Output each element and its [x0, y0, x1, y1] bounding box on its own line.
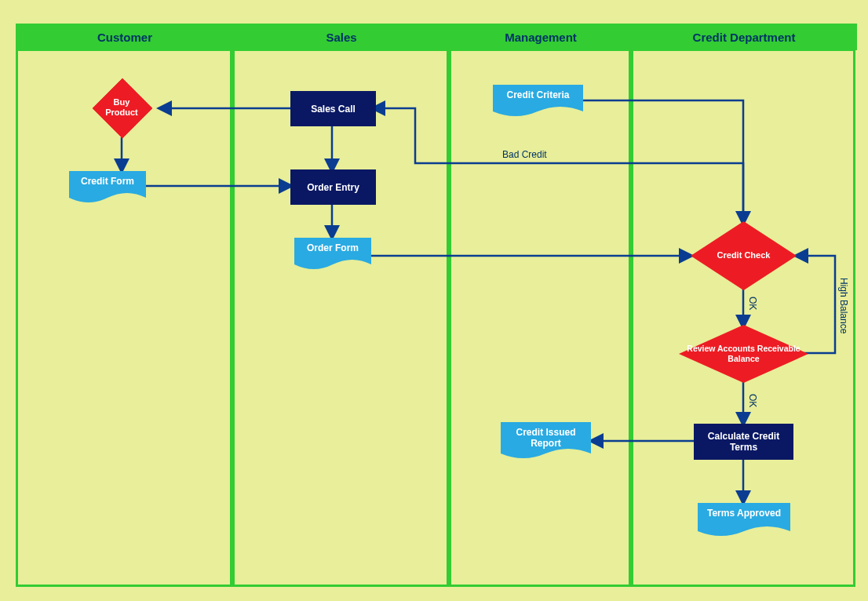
document-terms-approved: Terms Approved	[698, 503, 790, 541]
swimlane-diagram: Customer Sales Management Credit Departm…	[0, 0, 868, 601]
decision-review-balance: Review Accounts Receivable Balance	[679, 325, 808, 383]
edge-label-ok2: OK	[747, 394, 758, 407]
document-credit-form: Credit Form	[69, 171, 146, 206]
decision-credit-check: Credit Check	[691, 221, 797, 290]
document-credit-issued-report: Credit Issued Report	[501, 422, 591, 463]
process-label: Sales Call	[311, 104, 356, 115]
process-order-entry: Order Entry	[290, 169, 376, 205]
document-credit-criteria: Credit Criteria	[493, 85, 583, 119]
lane-label: Sales	[326, 31, 356, 44]
edge-label-high-balance: High Balance	[838, 278, 849, 333]
lane-label: Credit Department	[693, 31, 796, 44]
document-label: Credit Form	[69, 176, 146, 187]
process-label: Calculate Credit Terms	[695, 431, 793, 453]
lane-body-management	[449, 49, 631, 587]
document-order-form: Order Form	[294, 238, 371, 272]
decision-label: Review Accounts Receivable Balance	[679, 325, 808, 383]
lane-header-management: Management	[449, 24, 633, 50]
decision-label: Credit Check	[691, 221, 797, 290]
decision-buy-product: Buy Product	[93, 78, 151, 137]
lane-label: Management	[505, 31, 577, 44]
document-label: Credit Criteria	[493, 89, 583, 100]
lane-header-credit: Credit Department	[631, 24, 857, 50]
document-label: Credit Issued Report	[501, 427, 591, 450]
document-label: Order Form	[294, 242, 371, 253]
edge-label-bad-credit: Bad Credit	[502, 149, 547, 160]
decision-label: Buy Product	[93, 78, 151, 137]
lane-label: Customer	[97, 31, 152, 44]
document-label: Terms Approved	[698, 508, 790, 519]
process-label: Order Entry	[307, 182, 359, 193]
lane-header-sales: Sales	[232, 24, 450, 50]
lane-header-customer: Customer	[16, 24, 234, 50]
edge-label-ok1: OK	[747, 297, 758, 310]
lane-body-sales	[232, 49, 449, 587]
process-calculate-terms: Calculate Credit Terms	[694, 424, 793, 460]
process-sales-call: Sales Call	[290, 91, 376, 126]
